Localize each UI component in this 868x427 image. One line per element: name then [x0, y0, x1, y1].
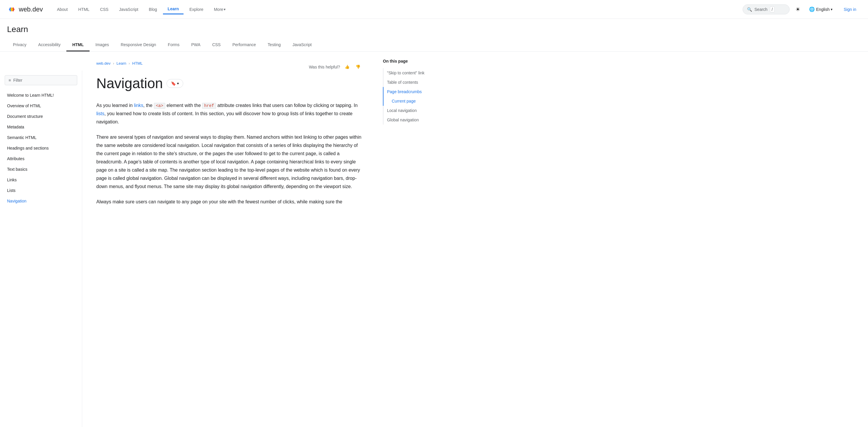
- thumbs-down-icon: 👎: [355, 65, 361, 69]
- toc-title: On this page: [383, 59, 451, 63]
- main-layout: ≡ Filter Welcome to Learn HTML! Overview…: [0, 52, 868, 427]
- learn-tabs: Privacy Accessibility HTML Images Respon…: [7, 39, 861, 51]
- link-links[interactable]: links: [134, 103, 143, 108]
- sidebar-item-overview[interactable]: Overview of HTML: [0, 101, 82, 111]
- nav-blog[interactable]: Blog: [144, 5, 162, 14]
- toc-page-breadcrumbs[interactable]: Page breadcrumbs: [383, 87, 451, 96]
- chevron-down-icon: ▾: [224, 7, 225, 11]
- learn-header: Learn Privacy Accessibility HTML Images …: [0, 19, 868, 52]
- right-sidebar: On this page "Skip to content" link Tabl…: [376, 52, 458, 427]
- left-sidebar: ≡ Filter Welcome to Learn HTML! Overview…: [0, 70, 82, 427]
- learn-title: Learn: [7, 25, 861, 34]
- code-href: href: [202, 103, 216, 109]
- language-button[interactable]: 🌐 English ▾: [806, 5, 835, 14]
- content-paragraph-2: There are several types of navigation an…: [96, 133, 362, 191]
- filter-icon: ≡: [8, 78, 11, 83]
- tab-css[interactable]: CSS: [207, 39, 227, 51]
- sidebar-item-navigation[interactable]: Navigation: [0, 196, 82, 206]
- breadcrumb-webdev[interactable]: web.dev: [96, 61, 111, 65]
- toc-table-of-contents[interactable]: Table of contents: [383, 78, 451, 87]
- helpful-row: Was this helpful? 👍 👎: [309, 63, 362, 70]
- toc-list: "Skip to content" link Table of contents…: [383, 68, 451, 124]
- page-title: Navigation: [96, 75, 163, 92]
- content-paragraph-1: As you learned in links, the <a> element…: [96, 102, 362, 126]
- breadcrumb: web.dev › Learn › HTML: [96, 61, 143, 65]
- nav-learn[interactable]: Learn: [163, 4, 184, 15]
- nav-javascript[interactable]: JavaScript: [114, 5, 143, 14]
- sidebar-item-text-basics[interactable]: Text basics: [0, 164, 82, 175]
- top-navigation: web.dev About HTML CSS JavaScript Blog L…: [0, 0, 868, 19]
- nav-explore[interactable]: Explore: [185, 5, 208, 14]
- sun-icon: ☀: [796, 6, 800, 12]
- filter-box[interactable]: ≡ Filter: [5, 75, 77, 85]
- logo-icon: [7, 5, 17, 14]
- code-a-element: <a>: [154, 103, 165, 109]
- thumbs-up-icon: 👍: [345, 65, 350, 69]
- search-label: Search: [754, 7, 767, 12]
- tab-accessibility[interactable]: Accessibility: [32, 39, 66, 51]
- tab-images[interactable]: Images: [90, 39, 115, 51]
- tab-performance[interactable]: Performance: [226, 39, 261, 51]
- content-paragraph-3: Always make sure users can navigate to a…: [96, 198, 362, 206]
- tab-html[interactable]: HTML: [66, 39, 90, 51]
- filter-label: Filter: [13, 78, 22, 83]
- toc-global-navigation[interactable]: Global navigation: [383, 115, 451, 124]
- tab-pwa[interactable]: PWA: [185, 39, 206, 51]
- nav-about[interactable]: About: [52, 5, 72, 14]
- tab-privacy[interactable]: Privacy: [7, 39, 32, 51]
- bookmark-icon: 🔖: [171, 81, 176, 86]
- globe-icon: 🌐: [809, 6, 815, 12]
- language-label: English: [816, 7, 830, 12]
- nav-html[interactable]: HTML: [74, 5, 94, 14]
- content-area: web.dev › Learn › HTML Was this helpful?…: [82, 52, 376, 427]
- tab-testing[interactable]: Testing: [262, 39, 287, 51]
- search-shortcut: /: [770, 6, 775, 12]
- toc-current-page[interactable]: Current page: [383, 96, 451, 106]
- bookmark-button[interactable]: 🔖 ▾: [166, 79, 183, 88]
- breadcrumb-sep-2: ›: [129, 61, 130, 65]
- sidebar-item-headings[interactable]: Headings and sections: [0, 143, 82, 153]
- tab-javascript[interactable]: JavaScript: [287, 39, 317, 51]
- sidebar-item-document-structure[interactable]: Document structure: [0, 111, 82, 122]
- sidebar-item-metadata[interactable]: Metadata: [0, 122, 82, 132]
- breadcrumb-learn[interactable]: Learn: [117, 61, 126, 65]
- helpful-label: Was this helpful?: [309, 65, 340, 69]
- nav-css[interactable]: CSS: [95, 5, 113, 14]
- sidebar-item-lists[interactable]: Lists: [0, 185, 82, 196]
- page-title-row: Navigation 🔖 ▾: [96, 75, 362, 92]
- toc-local-navigation[interactable]: Local navigation: [383, 106, 451, 115]
- logo-text: web.dev: [19, 6, 43, 13]
- theme-toggle-button[interactable]: ☀: [793, 4, 803, 15]
- link-lists[interactable]: lists: [96, 111, 104, 116]
- chevron-down-icon: ▾: [831, 7, 833, 11]
- nav-right: 🔍 Search / ☀ 🌐 English ▾ Sign in: [743, 4, 861, 15]
- sidebar-item-welcome[interactable]: Welcome to Learn HTML!: [0, 90, 82, 101]
- tab-forms[interactable]: Forms: [162, 39, 186, 51]
- thumbs-up-button[interactable]: 👍: [344, 63, 351, 70]
- nav-links: About HTML CSS JavaScript Blog Learn Exp…: [52, 4, 743, 15]
- sidebar-item-semantic-html[interactable]: Semantic HTML: [0, 132, 82, 143]
- toc-skip-to-content[interactable]: "Skip to content" link: [383, 68, 451, 78]
- thumbs-down-button[interactable]: 👎: [354, 63, 362, 70]
- tab-responsive-design[interactable]: Responsive Design: [115, 39, 162, 51]
- breadcrumb-sep-1: ›: [113, 61, 114, 65]
- search-box[interactable]: 🔍 Search /: [743, 4, 789, 15]
- logo-link[interactable]: web.dev: [7, 5, 43, 14]
- breadcrumb-html[interactable]: HTML: [132, 61, 143, 65]
- sign-in-button[interactable]: Sign in: [839, 5, 861, 13]
- sidebar-item-attributes[interactable]: Attributes: [0, 153, 82, 164]
- search-icon: 🔍: [747, 7, 752, 12]
- bookmark-chevron: ▾: [177, 81, 179, 86]
- nav-more[interactable]: More ▾: [209, 5, 230, 14]
- sidebar-item-links[interactable]: Links: [0, 175, 82, 185]
